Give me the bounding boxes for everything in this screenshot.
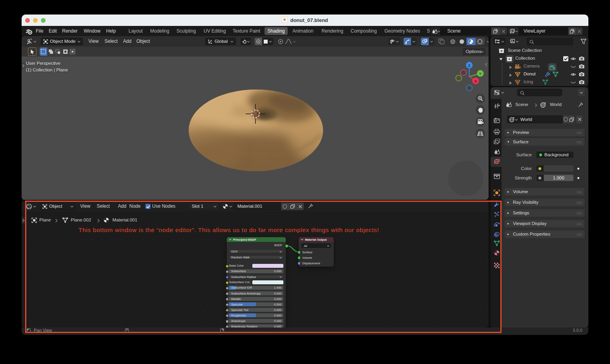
svg-text:Y: Y bbox=[479, 71, 482, 76]
svg-text:Z: Z bbox=[468, 63, 470, 68]
svg-text:X: X bbox=[474, 79, 477, 83]
